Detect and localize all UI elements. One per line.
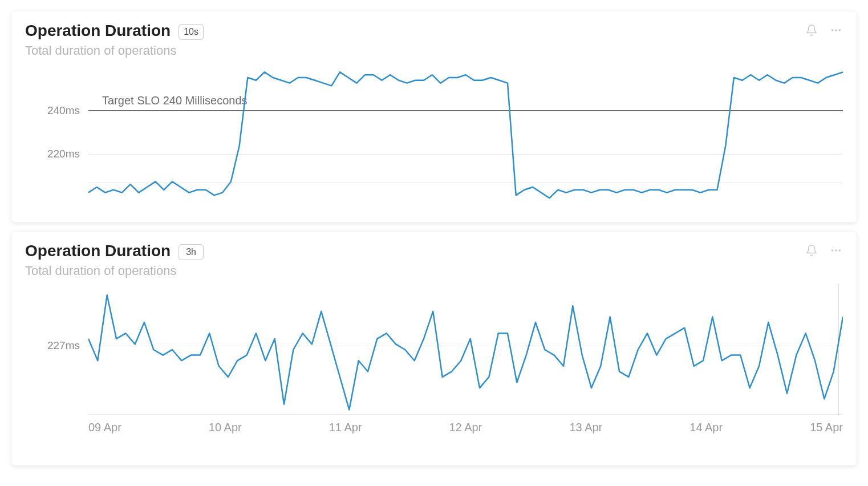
panel-header: Operation Duration 10s <box>11 11 857 40</box>
x-tick-label: 15 Apr <box>810 421 843 434</box>
panel-header: Operation Duration 3h <box>11 232 857 260</box>
y-tick-label: 240ms <box>47 104 80 117</box>
plot-0[interactable]: Target SLO 240 Milliseconds <box>88 64 843 201</box>
line-series <box>88 284 843 415</box>
x-tick-label: 12 Apr <box>449 421 482 434</box>
y-tick-label: 227ms <box>47 339 80 352</box>
chart-title: Operation Duration <box>25 22 171 40</box>
svg-point-0 <box>832 29 834 31</box>
x-tick-label: 13 Apr <box>569 421 602 434</box>
bell-icon[interactable] <box>805 24 818 37</box>
chart-subtitle: Total duration of operations <box>11 40 857 58</box>
chart-panel-0: Operation Duration 10s Total duration of… <box>11 11 857 222</box>
more-icon[interactable] <box>829 244 843 257</box>
x-tick-label: 14 Apr <box>689 421 723 434</box>
bell-icon[interactable] <box>805 244 818 257</box>
chart-subtitle: Total duration of operations <box>11 260 857 278</box>
svg-point-5 <box>839 249 841 252</box>
y-tick-label: 220ms <box>47 148 80 160</box>
chart-title: Operation Duration <box>25 242 171 260</box>
x-axis-labels: 09 Apr 10 Apr 11 Apr 12 Apr 13 Apr 14 Ap… <box>11 415 857 444</box>
svg-point-2 <box>839 29 841 31</box>
x-tick-label: 10 Apr <box>209 421 242 434</box>
svg-point-4 <box>835 249 837 252</box>
plot-1[interactable] <box>88 284 843 415</box>
x-tick-label: 11 Apr <box>329 421 362 434</box>
svg-point-3 <box>832 249 834 252</box>
svg-point-1 <box>835 29 837 31</box>
chart-area-1: 227ms <box>11 284 857 415</box>
x-tick-label: 09 Apr <box>88 421 121 434</box>
chart-area-0: 240ms 220ms Target SLO 240 Milliseconds <box>11 64 857 201</box>
panel-actions <box>805 24 843 37</box>
more-icon[interactable] <box>829 24 843 37</box>
interval-badge[interactable]: 3h <box>179 244 204 260</box>
interval-badge[interactable]: 10s <box>179 24 204 40</box>
chart-panel-1: Operation Duration 3h Total duration of … <box>11 232 857 465</box>
panel-actions <box>805 244 843 257</box>
line-series <box>88 64 843 201</box>
